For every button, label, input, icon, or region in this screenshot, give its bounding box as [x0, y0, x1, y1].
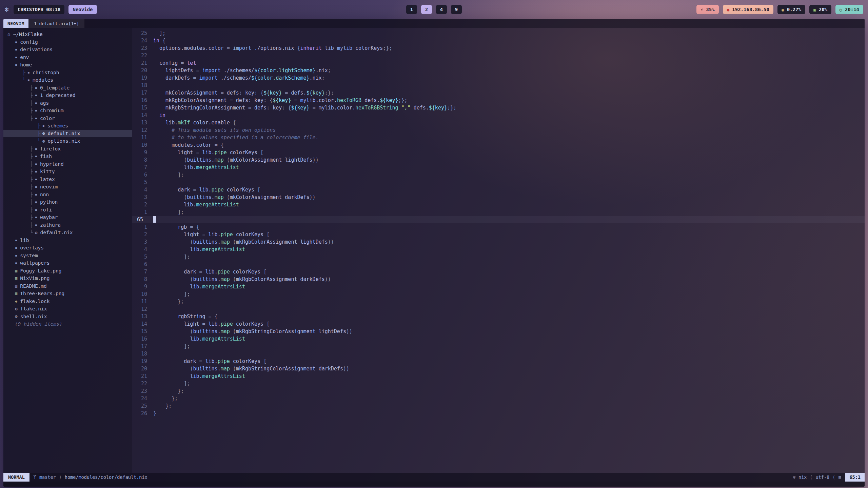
code-line[interactable]: 8 (builtins.map (mkColorAssignment light…	[132, 156, 865, 164]
tree-item-rofi[interactable]: ├▪rofi	[3, 206, 132, 214]
code-line[interactable]: 17 mkColorAssignment = defs: key: {${key…	[132, 89, 865, 97]
code-line[interactable]: 15 mkRgbStringColorAssignment = defs: ke…	[132, 104, 865, 111]
code-line[interactable]: 1 ];	[132, 208, 865, 216]
tree-item-nixflake[interactable]: ⌂~/NixFlake	[3, 30, 132, 38]
code-line[interactable]: 24 };	[132, 395, 865, 402]
code-line[interactable]: 7 lib.mergeAttrsList	[132, 164, 865, 171]
tree-item-ags[interactable]: ├▪ags	[3, 99, 132, 107]
code-line[interactable]: 22 ];	[132, 380, 865, 387]
tree-item-derivations[interactable]: ▪derivations	[3, 46, 132, 54]
code-line[interactable]: 12 # This module sets its own options	[132, 126, 865, 134]
tree-item-config[interactable]: ▪config	[3, 38, 132, 46]
code-line[interactable]: 2 lib.mergeAttrsList	[132, 201, 865, 208]
tree-item-1-deprecated[interactable]: ├▪1_deprecated	[3, 92, 132, 99]
tree-item-modules[interactable]: └▪modules	[3, 76, 132, 84]
tree-item-waybar[interactable]: ├▪waybar	[3, 214, 132, 221]
tree-item-env[interactable]: ▪env	[3, 54, 132, 61]
code-line[interactable]: 9 light = lib.pipe colorKeys [	[132, 149, 865, 156]
code-line[interactable]: 11 # to the values specified in a colors…	[132, 134, 865, 141]
tree-item-home[interactable]: ▪home	[3, 61, 132, 69]
code-line[interactable]: 25 };	[132, 402, 865, 410]
tree-item-nixvim-png[interactable]: ▦NixVim.png	[3, 274, 132, 282]
code-line[interactable]: 19 dark = lib.pipe colorKeys [	[132, 358, 865, 365]
tree-item-zathura[interactable]: ├▪zathura	[3, 221, 132, 229]
tree-item-christoph[interactable]: ├▪christoph	[3, 69, 132, 77]
user-clock-badge[interactable]: CHRISTOPH 08:18	[14, 5, 64, 14]
tree-item-lib[interactable]: ▪lib	[3, 237, 132, 244]
code-line[interactable]: 22	[132, 52, 865, 59]
code-line[interactable]: 12	[132, 305, 865, 313]
tree-item-fish[interactable]: ├▪fish	[3, 152, 132, 160]
code-line[interactable]: 21 lib.mergeAttrsList	[132, 372, 865, 380]
code-line[interactable]: 6	[132, 261, 865, 268]
clock-badge[interactable]: ◷20:14	[835, 5, 863, 14]
code-line[interactable]: 26}	[132, 410, 865, 417]
tree-item-hyprland[interactable]: ├▪hyprland	[3, 160, 132, 168]
tree-item-readme-md[interactable]: ▤README.md	[3, 282, 132, 290]
code-line[interactable]: 6 ];	[132, 171, 865, 179]
tree-item-foggy-lake-png[interactable]: ▦Foggy-Lake.png	[3, 267, 132, 275]
code-line[interactable]: 5 ];	[132, 253, 865, 261]
tab-default-nix[interactable]: 1 default.nix[1+]	[28, 19, 84, 28]
code-line[interactable]: 25 ];	[132, 29, 865, 37]
code-line[interactable]: 16 mkRgbColorAssignment = defs: key: {${…	[132, 97, 865, 104]
tree-item-default-nix[interactable]: └⚙default.nix	[3, 229, 132, 237]
tree-item-color[interactable]: ├▪color	[3, 115, 132, 122]
network-badge[interactable]: ●192.168.86.50	[723, 5, 773, 14]
code-line[interactable]: 14 in	[132, 111, 865, 119]
workspace-4[interactable]: 4	[436, 5, 447, 14]
code-line[interactable]: 7 dark = lib.pipe colorKeys [	[132, 268, 865, 276]
code-line[interactable]: 13 lib.mkIf color.enable {	[132, 119, 865, 126]
code-line[interactable]: 14 light = lib.pipe colorKeys [	[132, 320, 865, 328]
code-line[interactable]: 10 modules.color = {	[132, 141, 865, 149]
code-line[interactable]: 18	[132, 350, 865, 358]
code-line[interactable]: 23 options.modules.color = import ./opti…	[132, 44, 865, 52]
code-line[interactable]: 15 (builtins.map (mkRgbStringColorAssign…	[132, 328, 865, 335]
cpu-badge[interactable]: ◉0.27%	[777, 5, 805, 14]
memory-badge[interactable]: ▣20%	[809, 5, 831, 14]
code-line[interactable]: 4 dark = lib.pipe colorKeys [	[132, 186, 865, 194]
workspace-1[interactable]: 1	[406, 5, 417, 14]
code-line[interactable]: 8 (builtins.map (mkRgbColorAssignment da…	[132, 276, 865, 283]
tree-item-default-nix[interactable]: ├⚙default.nix	[3, 130, 132, 138]
code-line[interactable]: 23 };	[132, 387, 865, 395]
battery-badge[interactable]: ⚡35%	[696, 5, 718, 14]
tree-item-three-bears-png[interactable]: ▦Three-Bears.png	[3, 290, 132, 298]
code-line[interactable]: 20 (builtins.map (mkRgbStringColorAssign…	[132, 365, 865, 372]
code-line[interactable]: 21 config = let	[132, 59, 865, 67]
code-line[interactable]: 24in {	[132, 37, 865, 44]
code-line[interactable]: 2 light = lib.pipe colorKeys [	[132, 231, 865, 238]
tree-item-chromium[interactable]: ├▪chromium	[3, 107, 132, 115]
workspace-9[interactable]: 9	[451, 5, 462, 14]
tree-item-nnn[interactable]: ├▪nnn	[3, 191, 132, 199]
code-line[interactable]: 11 };	[132, 298, 865, 305]
tree-item-9-hidden-items[interactable]: (9 hidden items)	[3, 320, 132, 328]
tree-item-0-template[interactable]: ├▪0_template	[3, 84, 132, 92]
tree-item-neovim[interactable]: ├▪neovim	[3, 183, 132, 191]
code-line[interactable]: 17 ];	[132, 343, 865, 350]
code-line[interactable]: 4 lib.mergeAttrsList	[132, 246, 865, 253]
nix-logo-icon[interactable]: ❄	[5, 5, 9, 14]
code-line[interactable]: 3 (builtins.map (mkRgbColorAssignment li…	[132, 238, 865, 246]
app-badge[interactable]: Neovide	[68, 5, 97, 14]
tree-item-system[interactable]: ▪system	[3, 252, 132, 260]
code-line[interactable]: 16 lib.mergeAttrsList	[132, 335, 865, 343]
code-line[interactable]: 10 ];	[132, 290, 865, 298]
tree-item-wallpapers[interactable]: ▪wallpapers	[3, 259, 132, 267]
workspace-2[interactable]: 2	[421, 5, 432, 14]
code-line[interactable]: 18	[132, 82, 865, 89]
code-line-current[interactable]: 65	[132, 216, 865, 223]
tree-item-shell-nix[interactable]: ⚙shell.nix	[3, 313, 132, 321]
tree-item-flake-lock[interactable]: ◆flake.lock	[3, 298, 132, 305]
tree-item-python[interactable]: ├▪python	[3, 198, 132, 206]
code-line[interactable]: 5	[132, 179, 865, 186]
code-line[interactable]: 20 lightDefs = import ./schemes/${color.…	[132, 67, 865, 74]
code-line[interactable]: 1 rgb = {	[132, 223, 865, 231]
code-line[interactable]: 13 rgbString = {	[132, 313, 865, 320]
code-line[interactable]: 3 (builtins.map (mkColorAssignment darkD…	[132, 194, 865, 201]
editor[interactable]: 25 ];24in {23 options.modules.color = im…	[132, 28, 865, 473]
tree-item-kitty[interactable]: ├▪kitty	[3, 168, 132, 176]
code-line[interactable]: 9 lib.mergeAttrsList	[132, 283, 865, 290]
tree-item-latex[interactable]: ├▪latex	[3, 176, 132, 183]
tree-item-schemes[interactable]: ├▪schemes	[3, 122, 132, 130]
